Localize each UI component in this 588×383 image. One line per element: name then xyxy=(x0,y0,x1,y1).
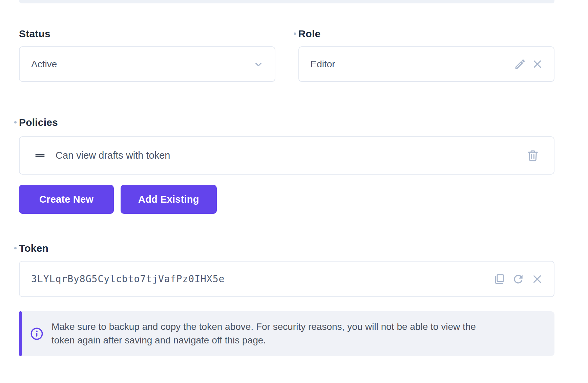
role-label: Role xyxy=(298,28,321,40)
status-label: Status xyxy=(19,28,50,40)
role-actions xyxy=(514,58,544,70)
token-value: 3LYLqrBy8G5Cylcbto7tjVafPz0IHX5e xyxy=(31,273,493,285)
copy-icon[interactable] xyxy=(493,273,506,286)
status-label-row: Status xyxy=(19,28,275,40)
previous-field-edge xyxy=(19,0,554,3)
policies-actions: Create New Add Existing xyxy=(19,185,554,214)
policy-list-item[interactable]: Can view drafts with token xyxy=(19,136,554,175)
token-actions xyxy=(493,273,544,286)
chevron-down-icon[interactable] xyxy=(252,58,265,70)
drag-handle-icon[interactable] xyxy=(33,149,47,162)
role-field-group: Role Editor xyxy=(298,28,555,82)
form-panel: Status Active Role Editor xyxy=(19,0,554,356)
clear-x-icon[interactable] xyxy=(531,273,544,286)
policy-name: Can view drafts with token xyxy=(56,150,526,161)
role-input[interactable]: Editor xyxy=(298,46,555,82)
status-value: Active xyxy=(31,59,252,70)
deselect-x-icon[interactable] xyxy=(531,58,544,70)
policies-label: Policies xyxy=(19,117,58,128)
status-field-group: Status Active xyxy=(19,28,275,82)
edit-pencil-icon[interactable] xyxy=(514,58,526,70)
required-dot xyxy=(14,121,17,123)
token-notice: Make sure to backup and copy the token a… xyxy=(19,311,554,356)
required-dot xyxy=(14,247,17,249)
policies-field-group: Policies Can view drafts with token Crea… xyxy=(19,117,554,214)
token-input[interactable]: 3LYLqrBy8G5Cylcbto7tjVafPz0IHX5e xyxy=(19,261,554,297)
notice-text: Make sure to backup and copy the token a… xyxy=(51,320,482,347)
info-circle-icon xyxy=(29,326,44,341)
token-label: Token xyxy=(19,243,48,254)
required-dot xyxy=(294,32,296,35)
token-label-row: Token xyxy=(19,243,554,254)
policies-label-row: Policies xyxy=(19,117,554,128)
role-value: Editor xyxy=(311,59,514,70)
notice-accent-bar xyxy=(19,311,22,356)
role-label-row: Role xyxy=(298,28,555,40)
trash-icon[interactable] xyxy=(526,149,540,162)
status-select[interactable]: Active xyxy=(19,46,275,82)
status-role-row: Status Active Role Editor xyxy=(19,28,554,82)
create-new-button[interactable]: Create New xyxy=(19,185,114,214)
refresh-icon[interactable] xyxy=(512,273,525,286)
add-existing-button[interactable]: Add Existing xyxy=(121,185,217,214)
token-field-group: Token 3LYLqrBy8G5Cylcbto7tjVafPz0IHX5e xyxy=(19,243,554,356)
